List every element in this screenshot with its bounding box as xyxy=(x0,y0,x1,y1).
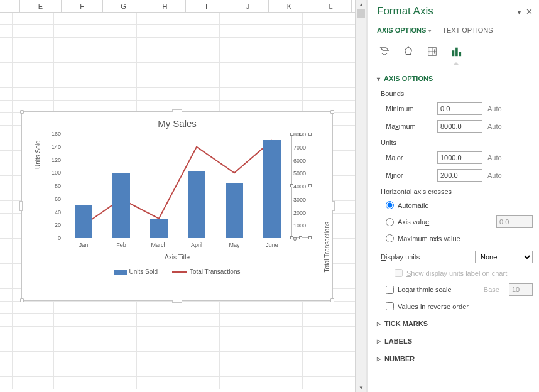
min-label: Minimum xyxy=(386,105,432,112)
resize-handle[interactable] xyxy=(20,110,24,114)
scroll-up-icon[interactable]: ▲ xyxy=(356,0,366,9)
col-header[interactable]: G xyxy=(103,0,144,12)
crosses-automatic-radio[interactable] xyxy=(386,201,394,209)
crosses-max-radio[interactable] xyxy=(386,234,394,242)
major-label: Major xyxy=(386,154,432,161)
legend-swatch-line-icon xyxy=(172,271,187,273)
svg-rect-8 xyxy=(459,52,462,56)
log-scale-checkbox[interactable] xyxy=(386,286,394,294)
svg-rect-7 xyxy=(455,48,458,57)
tab-text-options[interactable]: TEXT OPTIONS xyxy=(442,26,493,36)
log-base-input xyxy=(509,283,533,296)
bounds-min-input[interactable] xyxy=(437,102,482,115)
bounds-max-input[interactable] xyxy=(437,120,482,133)
auto-label: Auto xyxy=(487,105,502,112)
effects-icon[interactable] xyxy=(402,45,415,58)
col-header[interactable]: H xyxy=(144,0,186,12)
fill-line-icon[interactable] xyxy=(378,45,391,58)
tab-axis-options[interactable]: AXIS OPTIONS▼ xyxy=(377,26,432,36)
legend-swatch-bar-icon xyxy=(114,270,127,275)
display-units-label: Display units xyxy=(381,253,420,261)
scroll-down-icon[interactable]: ▼ xyxy=(356,383,366,392)
vertical-scrollbar[interactable]: ▲ ▼ xyxy=(356,0,366,392)
chart-title[interactable]: My Sales xyxy=(22,118,332,129)
pane-options-dropdown-icon[interactable]: ▼ xyxy=(516,9,522,16)
base-label: Base xyxy=(484,286,499,293)
units-major-input[interactable] xyxy=(437,151,482,164)
max-label: Maximum xyxy=(386,122,432,130)
x-axis-title[interactable]: Axis Title xyxy=(22,254,332,261)
chart-legend[interactable]: Units Sold Total Transactions xyxy=(22,268,332,275)
display-units-select[interactable]: None xyxy=(475,251,533,263)
y-axis-right-label[interactable]: Total Transactions xyxy=(324,222,330,273)
y-axis-left[interactable]: 020406080100120140160 xyxy=(45,134,62,238)
units-label: Units xyxy=(381,139,533,146)
resize-handle[interactable] xyxy=(330,298,334,302)
plot-area[interactable] xyxy=(65,134,291,238)
auto-label: Auto xyxy=(487,122,502,130)
reverse-order-checkbox[interactable] xyxy=(386,302,394,310)
units-minor-input[interactable] xyxy=(437,169,482,182)
x-axis[interactable]: JanFebMarchAprilMayJune xyxy=(65,242,291,248)
col-header[interactable]: J xyxy=(227,0,269,12)
crosses-axis-value-radio[interactable] xyxy=(386,218,394,226)
section-number[interactable]: ▷NUMBER xyxy=(377,355,533,362)
y-axis-right-selected[interactable]: 010002000300040005000600070008000 xyxy=(291,134,310,238)
close-icon[interactable]: ✕ xyxy=(526,7,533,16)
crosses-label: Horizontal axis crosses xyxy=(381,188,533,195)
y-axis-left-label[interactable]: Units Sold xyxy=(35,140,41,169)
show-display-units-checkbox xyxy=(395,269,403,277)
line-series[interactable] xyxy=(65,134,291,238)
size-properties-icon[interactable] xyxy=(426,45,438,58)
pane-title: Format Axis xyxy=(377,5,433,18)
col-header[interactable]: E xyxy=(20,0,62,12)
crosses-axis-value-input xyxy=(496,215,533,228)
scroll-thumb[interactable] xyxy=(357,9,365,18)
svg-rect-6 xyxy=(452,50,455,56)
svg-marker-0 xyxy=(405,47,412,55)
format-axis-pane: Format Axis ▼✕ AXIS OPTIONS▼ TEXT OPTION… xyxy=(366,0,539,392)
section-tick-marks[interactable]: ▷TICK MARKS xyxy=(377,320,533,327)
legend-label: Total Transactions xyxy=(190,268,241,275)
axis-options-icon[interactable] xyxy=(450,45,462,58)
col-header[interactable]: K xyxy=(269,0,310,12)
column-headers: E F G H I J K L xyxy=(0,0,355,13)
embedded-chart[interactable]: My Sales Units Sold 02040608010012014016… xyxy=(21,111,333,301)
col-header[interactable]: L xyxy=(310,0,352,12)
col-header[interactable]: F xyxy=(62,0,103,12)
auto-label: Auto xyxy=(487,172,502,179)
section-axis-options[interactable]: ▾AXIS OPTIONS xyxy=(377,75,533,82)
legend-label: Units Sold xyxy=(129,268,158,275)
col-header[interactable]: I xyxy=(186,0,227,12)
resize-handle-top[interactable] xyxy=(172,109,182,112)
resize-handle[interactable] xyxy=(20,298,24,302)
spreadsheet-area[interactable]: E F G H I J K L // rows generated below … xyxy=(0,0,356,392)
resize-handle[interactable] xyxy=(330,110,334,114)
resize-handle-bottom[interactable] xyxy=(172,300,182,303)
section-labels[interactable]: ▷LABELS xyxy=(377,337,533,345)
bounds-label: Bounds xyxy=(381,90,533,97)
minor-label: Minor xyxy=(386,172,432,179)
auto-label: Auto xyxy=(487,154,502,161)
